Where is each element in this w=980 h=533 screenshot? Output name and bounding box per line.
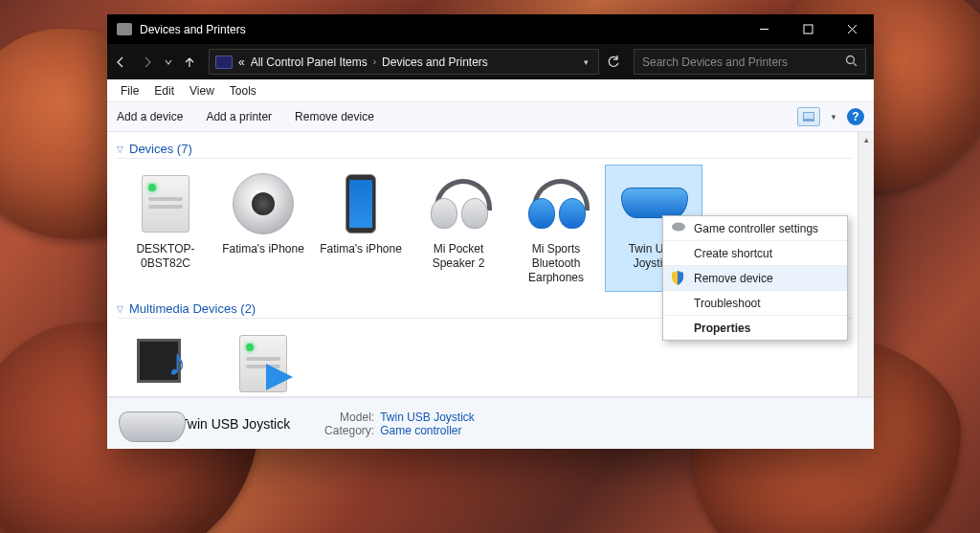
refresh-button[interactable]	[599, 56, 628, 69]
forward-button[interactable]	[134, 44, 161, 79]
context-menu: Game controller settings Create shortcut…	[662, 215, 848, 341]
vertical-scrollbar[interactable]: ▴	[858, 132, 874, 396]
menu-view[interactable]: View	[182, 81, 222, 100]
breadcrumb-item[interactable]: Devices and Printers	[382, 56, 488, 69]
ctx-create-shortcut[interactable]: Create shortcut	[663, 241, 847, 266]
breadcrumb-item[interactable]: All Control Panel Items	[251, 56, 368, 69]
device-label: Mi Pocket Speaker 2	[412, 242, 504, 271]
group-header-devices[interactable]: ▽ Devices (7)	[117, 142, 852, 159]
close-button[interactable]	[830, 14, 874, 44]
device-item[interactable]	[214, 324, 312, 396]
search-icon[interactable]	[845, 55, 858, 70]
up-button[interactable]	[176, 44, 203, 79]
desktop-wallpaper: Devices and Printers « All Control Panel…	[0, 0, 980, 533]
details-model-value: Twin USB Joystick	[380, 411, 475, 424]
scroll-up-icon[interactable]: ▴	[858, 132, 874, 147]
svg-marker-4	[266, 364, 293, 390]
media-device-icon: ♪	[131, 329, 200, 396]
ctx-label: Create shortcut	[694, 247, 772, 260]
svg-rect-0	[804, 25, 813, 33]
help-button[interactable]: ?	[847, 108, 864, 125]
address-bar[interactable]: « All Control Panel Items › Devices and …	[209, 49, 599, 75]
device-item[interactable]: Fatima's iPhone	[214, 165, 312, 292]
headset-icon	[424, 169, 493, 238]
device-label: Fatima's iPhone	[320, 242, 402, 256]
menu-tools[interactable]: Tools	[222, 81, 264, 100]
device-item[interactable]: DESKTOP-0BST82C	[117, 165, 214, 292]
back-button[interactable]	[107, 44, 134, 79]
group-header-label: Multimedia Devices (2)	[129, 301, 256, 316]
cmd-add-device[interactable]: Add a device	[117, 110, 183, 123]
gamepad-icon	[671, 221, 686, 236]
maximize-button[interactable]	[786, 14, 830, 44]
window-title: Devices and Printers	[140, 23, 742, 36]
ctx-label: Game controller settings	[694, 222, 818, 235]
control-panel-icon	[215, 56, 233, 69]
media-server-icon	[229, 329, 298, 396]
view-icon	[803, 112, 814, 122]
menu-bar: File Edit View Tools	[107, 79, 874, 102]
speaker-icon	[229, 169, 298, 238]
ctx-label: Properties	[694, 322, 750, 335]
device-item[interactable]: Mi Pocket Speaker 2	[410, 165, 507, 292]
view-options-button[interactable]	[797, 107, 820, 126]
command-bar: Add a device Add a printer Remove device…	[107, 102, 874, 132]
history-dropdown[interactable]	[161, 44, 176, 79]
ctx-label: Remove device	[694, 272, 773, 285]
group-header-label: Devices (7)	[129, 142, 192, 156]
shield-icon	[671, 271, 686, 286]
menu-file[interactable]: File	[113, 81, 146, 100]
details-name: Twin USB Joystick	[180, 416, 290, 432]
device-item[interactable]: Fatima's iPhone	[312, 165, 410, 292]
ctx-label: Troubleshoot	[694, 297, 761, 310]
gamepad-icon	[119, 408, 168, 440]
ctx-properties[interactable]: Properties	[663, 316, 847, 340]
window-icon	[117, 23, 132, 35]
details-pane: Twin USB Joystick Model: Twin USB Joysti…	[107, 397, 874, 449]
device-label: Mi Sports Bluetooth Earphones	[510, 242, 602, 285]
device-item[interactable]: Mi Sports Bluetooth Earphones	[507, 165, 605, 292]
breadcrumb-separator: ›	[373, 56, 376, 67]
breadcrumb-prefix: «	[238, 56, 245, 69]
ctx-game-controller-settings[interactable]: Game controller settings	[663, 216, 847, 241]
ctx-troubleshoot[interactable]: Troubleshoot	[663, 291, 847, 316]
cmd-add-printer[interactable]: Add a printer	[206, 110, 272, 123]
navigation-bar: « All Control Panel Items › Devices and …	[107, 44, 874, 79]
svg-point-1	[847, 56, 855, 63]
details-model-label: Model:	[317, 411, 374, 424]
cmd-remove-device[interactable]: Remove device	[295, 110, 374, 123]
search-input[interactable]: Search Devices and Printers	[634, 49, 866, 75]
titlebar[interactable]: Devices and Printers	[107, 14, 874, 44]
phone-icon	[326, 169, 395, 238]
view-dropdown-icon[interactable]: ▼	[830, 113, 837, 122]
details-category-value: Game controller	[380, 424, 461, 437]
svg-rect-3	[804, 113, 813, 119]
chevron-down-icon: ▽	[117, 304, 123, 314]
device-item[interactable]: ♪	[117, 324, 214, 396]
device-label: DESKTOP-0BST82C	[120, 242, 212, 271]
details-category-label: Category:	[317, 424, 374, 437]
menu-edit[interactable]: Edit	[146, 81, 182, 100]
ctx-remove-device[interactable]: Remove device	[663, 266, 847, 291]
search-placeholder: Search Devices and Printers	[642, 56, 788, 69]
pc-tower-icon	[131, 169, 200, 238]
address-dropdown-icon[interactable]: ▾	[584, 57, 589, 67]
svg-point-5	[672, 222, 685, 231]
chevron-down-icon: ▽	[117, 144, 123, 154]
play-overlay-icon	[266, 364, 293, 390]
headset-icon	[522, 169, 590, 238]
device-label: Fatima's iPhone	[222, 242, 304, 256]
minimize-button[interactable]	[742, 14, 786, 44]
